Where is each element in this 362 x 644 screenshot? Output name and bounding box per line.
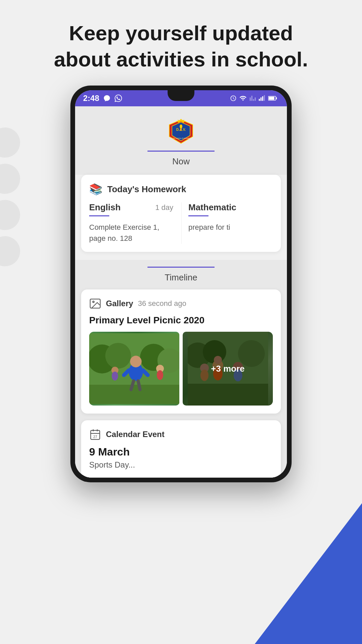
svg-rect-17 [89, 385, 179, 404]
page-header: Keep yourself updated about activities i… [0, 0, 362, 86]
subject-english-header: English 1 day [89, 202, 173, 213]
svg-line-27 [138, 381, 140, 390]
gallery-title: Primary Level Picnic 2020 [89, 315, 273, 326]
svg-rect-13 [180, 128, 182, 131]
svg-point-23 [130, 356, 142, 368]
math-desc: prepare for ti [188, 222, 249, 233]
timeline-header: Timeline [75, 267, 287, 289]
card-header: 📚 Today's Homework [81, 183, 281, 202]
gallery-image-2[interactable]: +3 more [183, 332, 273, 406]
svg-rect-2 [262, 96, 263, 101]
svg-text:27: 27 [93, 435, 97, 439]
english-underline [89, 215, 109, 216]
more-overlay: +3 more [183, 332, 273, 406]
subjects-scroll: English 1 day Complete Exercise 1, page … [81, 202, 281, 244]
svg-point-19 [105, 343, 131, 369]
calendar-type: Calendar Event [106, 430, 165, 439]
svg-point-12 [180, 124, 182, 128]
more-count: +3 more [211, 364, 244, 374]
svg-rect-3 [264, 95, 265, 101]
calendar-icon: 27 [89, 428, 101, 440]
gallery-images: +3 more [89, 332, 273, 406]
picnic-scene-left [89, 332, 179, 406]
timeline-label: Timeline [165, 272, 197, 283]
svg-point-15 [93, 301, 95, 303]
subject-math[interactable]: Mathematic prepare for ti [182, 202, 255, 244]
app-content: D.A.V. in the service of education Now 📚… [75, 106, 287, 478]
phone-frame: 2:48 [70, 86, 292, 482]
event-description-partial: Sports Day... [89, 460, 273, 470]
math-underline [188, 215, 208, 216]
subject-english[interactable]: English 1 day Complete Exercise 1, page … [81, 202, 182, 244]
svg-rect-6 [276, 97, 277, 99]
english-desc: Complete Exercise 1, page no. 128 [89, 222, 173, 244]
homework-card[interactable]: 📚 Today's Homework English 1 day Complet… [81, 175, 281, 252]
background-triangle [255, 503, 362, 644]
gallery-meta: Gallery 36 second ago [89, 298, 273, 310]
whatsapp-icon [115, 95, 122, 102]
school-logo: D.A.V. in the service of education [164, 116, 198, 147]
math-subject-name: Mathematic [188, 202, 236, 213]
status-right [230, 95, 278, 102]
svg-point-29 [157, 370, 163, 380]
signal-strength-icon [259, 95, 265, 102]
now-tab-label: Now [172, 156, 190, 167]
timeline-underline [147, 267, 215, 268]
signal-icon [249, 95, 256, 102]
gallery-type: Gallery [106, 299, 133, 308]
svg-rect-1 [260, 98, 261, 101]
timeline-section: Timeline Gallery 36 second ago P [75, 260, 287, 478]
calendar-meta: 27 Calendar Event [89, 428, 273, 440]
gallery-card[interactable]: Gallery 36 second ago Primary Level Picn… [81, 289, 281, 414]
english-days: 1 day [155, 203, 173, 212]
phone-screen: 2:48 [75, 90, 287, 478]
event-date: 9 March [89, 446, 273, 458]
background-circles [0, 127, 20, 266]
alarm-icon [230, 95, 237, 102]
camera-notch [168, 90, 194, 101]
book-icon: 📚 [89, 183, 103, 196]
school-logo-section: D.A.V. in the service of education Now [75, 106, 287, 175]
wifi-icon [239, 95, 247, 102]
messenger-icon [103, 95, 111, 102]
gallery-image-1[interactable] [89, 332, 179, 406]
headline: Keep yourself updated about activities i… [27, 20, 335, 72]
svg-point-31 [112, 372, 118, 381]
status-time: 2:48 [83, 94, 99, 103]
english-subject-name: English [89, 202, 121, 213]
svg-text:in the service of education: in the service of education [171, 137, 191, 139]
school-crest-icon: D.A.V. in the service of education [166, 118, 196, 145]
svg-rect-0 [259, 99, 260, 101]
gallery-icon [89, 298, 101, 310]
svg-rect-5 [268, 97, 274, 100]
calendar-card[interactable]: 27 Calendar Event 9 March Sports Day... [81, 420, 281, 478]
logo-underline [147, 151, 215, 152]
homework-title: Today's Homework [107, 184, 186, 195]
gallery-time: 36 second ago [138, 299, 186, 308]
status-left: 2:48 [83, 94, 122, 103]
battery-icon [268, 95, 278, 101]
subject-math-header: Mathematic [188, 202, 249, 213]
